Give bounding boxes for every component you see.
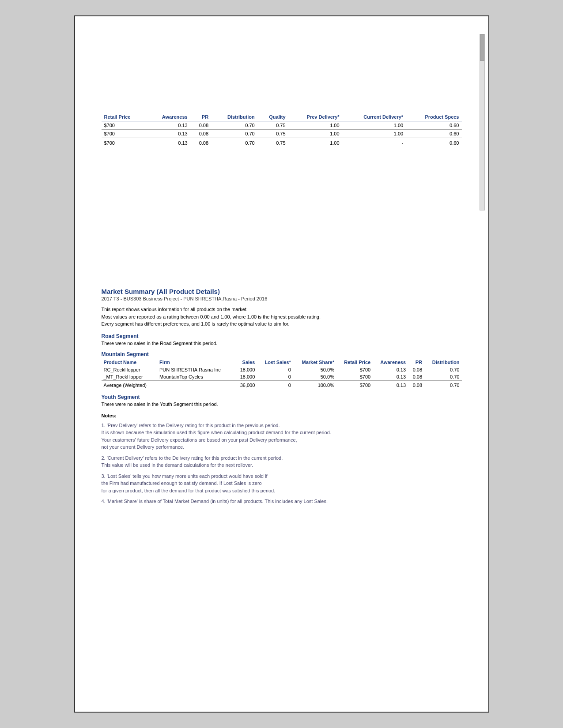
mtn-market-share-2: 50.0% — [293, 373, 336, 381]
avg-retail-price: $700 — [102, 138, 147, 147]
mtn-product-name-2: _MT_RockHopper — [102, 373, 157, 381]
top-table-section: Retail Price Awareness PR Distribution Q… — [102, 113, 462, 146]
mtn-awareness-1: 0.13 — [373, 366, 408, 373]
note2-line2: This value will be used in the demand ca… — [102, 462, 462, 469]
top-avg-row: $700 0.13 0.08 0.70 0.75 1.00 - 0.60 — [102, 138, 462, 147]
cell-current-delivery-2: 1.00 — [342, 130, 406, 138]
intro-line2: Most values are reported as a rating bet… — [102, 313, 462, 321]
note1-line1: 1. 'Prev Delivery' refers to the Deliver… — [102, 422, 462, 429]
mtn-avg-sales: 36,000 — [234, 380, 257, 389]
intro-line3: Every segment has different preferences,… — [102, 320, 462, 328]
scrollbar[interactable] — [480, 34, 485, 210]
cell-retail-price-1: $700 — [102, 121, 147, 130]
mtn-retail-price-1: $700 — [336, 366, 373, 373]
notes-section: Notes: 1. 'Prev Delivery' refers to the … — [102, 413, 462, 505]
mtn-pr-1: 0.08 — [408, 366, 424, 373]
note-1: 1. 'Prev Delivery' refers to the Deliver… — [102, 422, 462, 451]
mtn-avg-retail-price: $700 — [336, 380, 373, 389]
col-distribution: Distribution — [211, 113, 257, 121]
cell-pr-1: 0.08 — [190, 121, 211, 130]
road-segment-note: There were no sales in the Road Segment … — [102, 341, 462, 346]
mtn-avg-firm — [157, 380, 234, 389]
scrollbar-thumb[interactable] — [480, 34, 484, 61]
note-4: 4. 'Market Share' is share of Total Mark… — [102, 498, 462, 505]
intro-line1: This report shows various information fo… — [102, 306, 462, 313]
mtn-firm-1: PUN SHRESTHA,Rasna Inc — [157, 366, 234, 373]
cell-awareness-2: 0.13 — [147, 130, 190, 138]
avg-current-delivery: - — [342, 138, 406, 147]
note2-line1: 2. 'Current Delivery' refers to the Deli… — [102, 454, 462, 462]
mtn-col-firm: Firm — [157, 359, 234, 366]
cell-awareness-1: 0.13 — [147, 121, 190, 130]
youth-segment-title: Youth Segment — [102, 394, 462, 400]
intro-text: This report shows various information fo… — [102, 306, 462, 328]
mountain-segment-table: Product Name Firm Sales Lost Sales* Mark… — [102, 359, 462, 389]
table-row: $700 0.13 0.08 0.70 0.75 1.00 1.00 0.60 — [102, 121, 462, 130]
mtn-avg-row: Average (Weighted) 36,000 0 100.0% $700 … — [102, 380, 462, 389]
note4-line1: 4. 'Market Share' is share of Total Mark… — [102, 498, 462, 505]
mtn-col-awareness: Awareness — [373, 359, 408, 366]
note-2: 2. 'Current Delivery' refers to the Deli… — [102, 454, 462, 469]
road-segment-title: Road Segment — [102, 333, 462, 339]
col-retail-price: Retail Price — [102, 113, 147, 121]
mtn-distribution-1: 0.70 — [424, 366, 461, 373]
avg-distribution: 0.70 — [211, 138, 257, 147]
col-current-delivery: Current Delivery* — [342, 113, 406, 121]
col-pr: PR — [190, 113, 211, 121]
mtn-col-sales: Sales — [234, 359, 257, 366]
col-product-specs: Product Specs — [406, 113, 461, 121]
mtn-retail-price-2: $700 — [336, 373, 373, 381]
cell-quality-1: 0.75 — [257, 121, 288, 130]
mtn-market-share-1: 50.0% — [293, 366, 336, 373]
mtn-avg-lost-sales: 0 — [257, 380, 293, 389]
mtn-sales-2: 18,000 — [234, 373, 257, 381]
avg-prev-delivery: 1.00 — [288, 138, 342, 147]
note3-line2: the Firm had manufactured enough to sati… — [102, 480, 462, 487]
avg-awareness: 0.13 — [147, 138, 190, 147]
mtn-table-row-1: RC_RockHopper PUN SHRESTHA,Rasna Inc 18,… — [102, 366, 462, 373]
mountain-segment-title: Mountain Segment — [102, 351, 462, 357]
market-summary-title: Market Summary (All Product Details) — [102, 288, 462, 295]
cell-product-specs-1: 0.60 — [406, 121, 461, 130]
mtn-firm-2: MountainTop Cycles — [157, 373, 234, 381]
note3-line1: 3. 'Lost Sales' tells you how many more … — [102, 473, 462, 480]
notes-title: Notes: — [102, 413, 462, 418]
mtn-awareness-2: 0.13 — [373, 373, 408, 381]
cell-distribution-2: 0.70 — [211, 130, 257, 138]
mtn-col-lost-sales: Lost Sales* — [257, 359, 293, 366]
mtn-avg-label: Average (Weighted) — [102, 380, 157, 389]
mtn-distribution-2: 0.70 — [424, 373, 461, 381]
youth-segment-note: There were no sales in the Youth Segment… — [102, 402, 462, 407]
note1-line2: It is shown because the simulation used … — [102, 429, 462, 436]
mtn-col-market-share: Market Share* — [293, 359, 336, 366]
mtn-avg-awareness: 0.13 — [373, 380, 408, 389]
cell-prev-delivery-2: 1.00 — [288, 130, 342, 138]
cell-retail-price-2: $700 — [102, 130, 147, 138]
cell-product-specs-2: 0.60 — [406, 130, 461, 138]
mtn-avg-distribution: 0.70 — [424, 380, 461, 389]
market-summary-subtitle: 2017 T3 - BUS303 Business Project - PUN … — [102, 296, 462, 301]
page: Retail Price Awareness PR Distribution Q… — [74, 15, 489, 713]
avg-pr: 0.08 — [190, 138, 211, 147]
note1-line3: Your customers' future Delivery expectat… — [102, 436, 462, 444]
mtn-col-product-name: Product Name — [102, 359, 157, 366]
cell-distribution-1: 0.70 — [211, 121, 257, 130]
cell-prev-delivery-1: 1.00 — [288, 121, 342, 130]
mtn-avg-market-share: 100.0% — [293, 380, 336, 389]
mtn-sales-1: 18,000 — [234, 366, 257, 373]
market-summary-section: Market Summary (All Product Details) 201… — [102, 288, 462, 505]
cell-quality-2: 0.75 — [257, 130, 288, 138]
note1-line4: not your current Delivery performance. — [102, 443, 462, 451]
cell-pr-2: 0.08 — [190, 130, 211, 138]
mtn-lost-sales-1: 0 — [257, 366, 293, 373]
top-data-table: Retail Price Awareness PR Distribution Q… — [102, 113, 462, 146]
col-quality: Quality — [257, 113, 288, 121]
mtn-avg-pr: 0.08 — [408, 380, 424, 389]
mtn-product-name-1: RC_RockHopper — [102, 366, 157, 373]
note3-line3: for a given product, then all the demand… — [102, 487, 462, 495]
mtn-col-distribution: Distribution — [424, 359, 461, 366]
mtn-pr-2: 0.08 — [408, 373, 424, 381]
mtn-col-retail-price: Retail Price — [336, 359, 373, 366]
avg-quality: 0.75 — [257, 138, 288, 147]
cell-current-delivery-1: 1.00 — [342, 121, 406, 130]
